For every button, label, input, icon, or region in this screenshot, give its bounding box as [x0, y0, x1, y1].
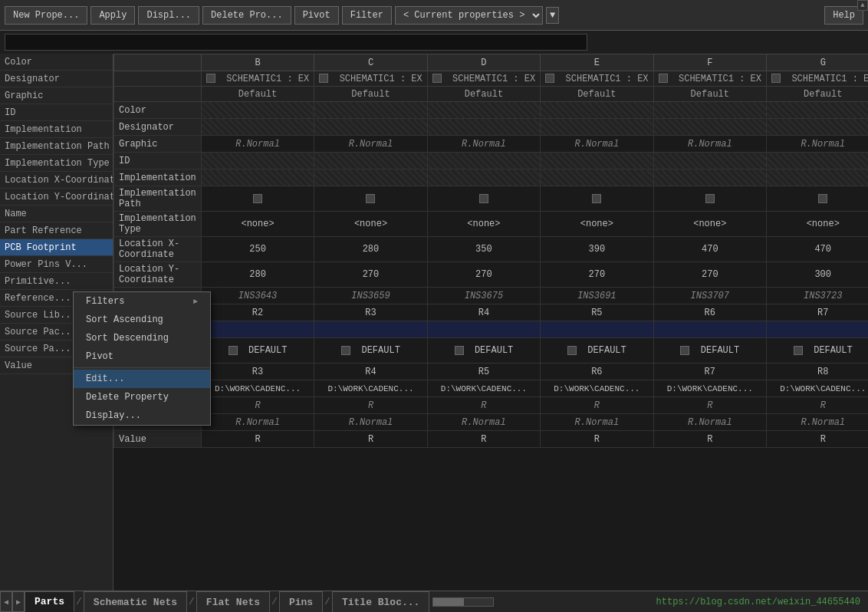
apply-button[interactable]: Apply	[90, 6, 135, 25]
col-header-c[interactable]: C	[314, 54, 427, 71]
designator-d[interactable]	[427, 119, 540, 136]
impl-path-c[interactable]	[314, 186, 427, 212]
value-f[interactable]: R	[653, 431, 766, 448]
name-d[interactable]: INS3675	[427, 288, 540, 304]
color-c[interactable]	[314, 102, 427, 119]
designator-c[interactable]	[314, 119, 427, 136]
pcb-fp-b[interactable]	[201, 321, 314, 338]
tab-schematic-nets[interactable]: Schematic Nets	[84, 591, 187, 612]
col-header-g[interactable]: G	[767, 54, 868, 71]
part-ref-c[interactable]: R3	[314, 304, 427, 321]
source-pa-g[interactable]: R.Normal	[767, 414, 868, 431]
source-pa-c[interactable]: R.Normal	[314, 414, 427, 431]
impl-path-b[interactable]	[201, 186, 314, 212]
ctx-filters[interactable]: Filters ►	[74, 292, 210, 311]
id-b[interactable]	[201, 153, 314, 169]
loc-y-d[interactable]: 270	[427, 262, 540, 288]
loc-x-c[interactable]: 280	[314, 237, 427, 262]
tab-title-block[interactable]: Title Bloc...	[332, 591, 429, 612]
sidebar-item-graphic[interactable]: Graphic	[0, 87, 113, 104]
part-ref-d[interactable]: R4	[427, 304, 540, 321]
designator-f[interactable]	[653, 119, 766, 136]
graphic-e[interactable]: R.Normal	[541, 136, 653, 153]
power-pins-d[interactable]: DEFAULT	[427, 338, 540, 364]
sidebar-item-impl-path[interactable]: Implementation Path	[0, 138, 113, 155]
impl-path-b-cb[interactable]	[253, 194, 262, 203]
new-property-button[interactable]: New Prope...	[5, 6, 87, 25]
impl-path-e[interactable]	[541, 186, 653, 212]
power-pins-c[interactable]: DEFAULT	[314, 338, 427, 364]
part-ref-e[interactable]: R5	[541, 304, 653, 321]
value-d[interactable]: R	[427, 431, 540, 448]
schematic-g-checkbox[interactable]	[771, 74, 781, 83]
pcb-fp-c[interactable]	[314, 321, 427, 338]
power-pins-ref-c[interactable]: R4	[314, 364, 427, 380]
graphic-b[interactable]: R.Normal	[201, 136, 314, 153]
power-pins-ref-g[interactable]: R8	[767, 364, 868, 380]
source-lib-b[interactable]: D:\WORK\CADENC...	[201, 380, 314, 397]
property-table[interactable]: B C D E F G H SCHEMATIC1 : EX	[113, 54, 868, 591]
col-header-f[interactable]: F	[653, 54, 766, 71]
ctx-edit[interactable]: Edit...	[74, 370, 210, 388]
source-pa-f[interactable]: R.Normal	[653, 414, 766, 431]
sidebar-item-pcb-fp[interactable]: PCB Footprint	[0, 239, 113, 256]
power-pins-b[interactable]: DEFAULT	[201, 338, 314, 364]
power-pins-f-cb[interactable]	[680, 346, 689, 355]
loc-x-e[interactable]: 390	[541, 237, 653, 262]
sidebar-item-part-ref[interactable]: Part Reference	[0, 222, 113, 239]
power-pins-ref-b[interactable]: R3	[201, 364, 314, 380]
sidebar-item-impl-type[interactable]: Implementation Type	[0, 155, 113, 172]
col-header-b[interactable]: B	[201, 54, 314, 71]
value-g[interactable]: R	[767, 431, 868, 448]
designator-b[interactable]	[201, 119, 314, 136]
color-g[interactable]	[767, 102, 868, 119]
power-pins-e[interactable]: DEFAULT	[541, 338, 653, 364]
loc-y-b[interactable]: 280	[201, 262, 314, 288]
col-header-e[interactable]: E	[541, 54, 653, 71]
sidebar-item-implementation[interactable]: Implementation	[0, 121, 113, 138]
pcb-fp-f[interactable]	[653, 321, 766, 338]
color-e[interactable]	[541, 102, 653, 119]
power-pins-ref-f[interactable]: R7	[653, 364, 766, 380]
loc-x-d[interactable]: 350	[427, 237, 540, 262]
source-lib-d[interactable]: D:\WORK\CADENC...	[427, 380, 540, 397]
pcb-fp-d[interactable]	[427, 321, 540, 338]
sidebar-item-id[interactable]: ID	[0, 104, 113, 121]
graphic-f[interactable]: R.Normal	[653, 136, 766, 153]
ctx-pivot[interactable]: Pivot	[74, 347, 210, 366]
power-pins-ref-e[interactable]: R6	[541, 364, 653, 380]
id-e[interactable]	[541, 153, 653, 169]
sidebar-item-designator[interactable]: Designator	[0, 71, 113, 87]
bottom-scrollbar-thumb[interactable]	[433, 598, 464, 606]
impl-d[interactable]	[427, 169, 540, 186]
pcb-fp-e[interactable]	[541, 321, 653, 338]
power-pins-g[interactable]: DEFAULT	[767, 338, 868, 364]
name-b[interactable]: INS3643	[201, 288, 314, 304]
source-pa-d[interactable]: R.Normal	[427, 414, 540, 431]
sidebar-item-name[interactable]: Name	[0, 206, 113, 222]
source-lib-e[interactable]: D:\WORK\CADENC...	[541, 380, 653, 397]
source-pac-d[interactable]: R	[427, 397, 540, 414]
source-lib-f[interactable]: D:\WORK\CADENC...	[653, 380, 766, 397]
ctx-display[interactable]: Display...	[74, 406, 210, 425]
source-pac-e[interactable]: R	[541, 397, 653, 414]
impl-type-b[interactable]: <none>	[201, 212, 314, 237]
graphic-g[interactable]: R.Normal	[767, 136, 868, 153]
name-f[interactable]: INS3707	[653, 288, 766, 304]
sidebar-item-primitive[interactable]: Primitive...	[0, 273, 113, 290]
power-pins-g-cb[interactable]	[794, 346, 803, 355]
part-ref-g[interactable]: R7	[767, 304, 868, 321]
filter-dropdown[interactable]: < Current properties >	[395, 6, 543, 25]
tab-nav-left[interactable]: ◀	[0, 591, 12, 612]
sidebar-item-loc-x[interactable]: Location X-Coordinate	[0, 172, 113, 189]
ctx-delete-property[interactable]: Delete Property	[74, 388, 210, 406]
loc-x-g[interactable]: 470	[767, 237, 868, 262]
impl-path-f-cb[interactable]	[705, 194, 715, 203]
impl-f[interactable]	[653, 169, 766, 186]
id-f[interactable]	[653, 153, 766, 169]
power-pins-f[interactable]: DEFAULT	[653, 338, 766, 364]
schematic-f-checkbox[interactable]	[659, 74, 668, 83]
power-pins-b-cb[interactable]	[229, 346, 238, 355]
pcb-fp-g[interactable]	[767, 321, 868, 338]
loc-y-c[interactable]: 270	[314, 262, 427, 288]
